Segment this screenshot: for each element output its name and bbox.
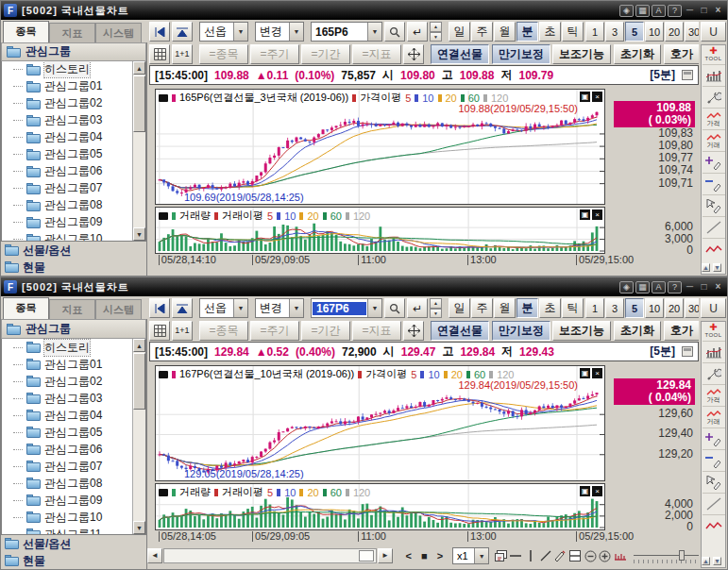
toggle-button[interactable]: 연결선물	[431, 44, 489, 64]
toggle-button[interactable]: 만기보정	[492, 44, 550, 64]
crosshair-icon[interactable]	[403, 321, 424, 341]
zoom-in-icon[interactable]	[599, 548, 613, 563]
remove-line-tool-icon[interactable]	[703, 449, 725, 471]
recent-symbol-icon[interactable]: ↵	[407, 298, 428, 318]
tree-item[interactable]: 관심그룹07	[2, 180, 145, 197]
draw-tool-icon[interactable]	[553, 548, 567, 563]
period-unit-button[interactable]: 주	[471, 298, 493, 318]
symbol-input[interactable]: 165P6▼	[311, 22, 382, 42]
pane-close-icon[interactable]: ×	[592, 368, 602, 378]
tree-item[interactable]: 관심그룹09	[2, 492, 145, 509]
action-button[interactable]: 호가	[664, 44, 700, 64]
change-select[interactable]: 변경▼	[255, 298, 304, 318]
period-unit-button[interactable]: 일	[449, 298, 470, 318]
tree-item[interactable]: 관심그룹06	[2, 163, 145, 180]
font-icon[interactable]: A	[652, 5, 666, 17]
zoom-out-icon[interactable]	[584, 548, 598, 563]
tree-item[interactable]: 관심그룹07	[2, 458, 145, 475]
interval-button[interactable]: 3	[605, 22, 624, 42]
tree-item[interactable]: 관심그룹08	[2, 475, 145, 492]
trendline-tool-icon[interactable]	[539, 548, 553, 563]
search-icon[interactable]	[384, 298, 405, 318]
tree-item[interactable]: 관심그룹03	[2, 390, 145, 407]
zigzag-indicator-icon[interactable]	[703, 238, 725, 260]
toggle-button[interactable]: 연결선물	[431, 321, 489, 341]
scroll-up-icon[interactable]: ▲	[133, 339, 145, 352]
interval-button[interactable]: 5	[625, 298, 644, 318]
price-indicator-icon[interactable]: 가격	[703, 384, 725, 406]
add-line-tool-icon[interactable]	[703, 428, 725, 449]
step-back-icon[interactable]: <	[401, 548, 416, 563]
step-forward-icon[interactable]: >	[432, 548, 448, 563]
trendline-draw-icon[interactable]	[703, 216, 725, 238]
recent-symbol-icon[interactable]: ↵	[407, 22, 428, 42]
add-line-tool-icon[interactable]	[703, 151, 725, 173]
tab-system[interactable]: 시스템	[95, 23, 142, 42]
zigzag-indicator-icon[interactable]	[703, 514, 725, 536]
crosshair-icon[interactable]	[403, 44, 424, 64]
sidebar-root-item[interactable]: 현물	[1, 259, 146, 276]
period-unit-button[interactable]: 월	[494, 298, 516, 318]
legend-collapse-icon[interactable]	[159, 94, 168, 102]
hscroll-thumb[interactable]	[359, 550, 374, 562]
scale-ruler-icon[interactable]	[613, 548, 627, 563]
tree-scrollbar[interactable]: ▲ ▼	[132, 61, 145, 241]
select-tool-icon[interactable]	[703, 471, 725, 493]
font-icon[interactable]: A	[652, 281, 666, 293]
tree-item[interactable]: 관심그룹03	[2, 112, 145, 129]
chart-mode-icon[interactable]: ▦	[635, 281, 650, 293]
tab-system[interactable]: 시스템	[95, 299, 142, 319]
rail-scroll-up-icon[interactable]: ▲	[702, 557, 710, 565]
scroll-up-icon[interactable]: ▲	[133, 61, 145, 75]
hline-tool-icon[interactable]	[509, 548, 523, 563]
rail-scroll-down-icon[interactable]: ▼	[713, 263, 721, 272]
interval-button[interactable]: 20	[665, 22, 684, 42]
period-unit-button[interactable]: 초	[539, 22, 561, 42]
scroll-thumb[interactable]	[133, 75, 145, 132]
scroll-down-icon[interactable]: ▼	[133, 227, 145, 241]
minimize-button[interactable]: ─	[684, 5, 696, 17]
select-tool-icon[interactable]	[703, 194, 725, 216]
maximize-button[interactable]: □	[698, 5, 710, 17]
tab-indicator[interactable]: 지표	[49, 23, 95, 42]
grid-layout-icon[interactable]	[149, 321, 170, 341]
slider-knob[interactable]	[679, 550, 685, 561]
period-unit-button[interactable]: 월	[494, 22, 516, 42]
tree-item[interactable]: 히스토리	[2, 61, 145, 78]
pane-close-icon[interactable]: ×	[592, 210, 602, 220]
chart-style-icon[interactable]	[703, 64, 725, 86]
window-titlebar[interactable]: F [5002] 국내선물차트 ◈ ▦ A ? ─ □ ×	[1, 277, 727, 296]
notice-icon[interactable]: ◈	[619, 5, 634, 17]
move-up-icon[interactable]	[172, 22, 193, 42]
pane-restore-icon[interactable]: ▣	[580, 368, 590, 378]
tree-item[interactable]: 관심그룹04	[2, 129, 145, 146]
sidebar-root-item[interactable]: 현물	[1, 552, 146, 569]
interval-button[interactable]: 1	[585, 22, 604, 42]
symbol-stepper[interactable]: ▲▼	[430, 298, 442, 318]
zoom-select[interactable]: x1▼	[452, 547, 489, 564]
notice-icon[interactable]: ◈	[619, 281, 634, 293]
scroll-left-icon[interactable]: ◄	[147, 548, 162, 563]
market-select[interactable]: 선옵▼	[199, 298, 248, 318]
interval-button[interactable]: 5	[625, 22, 644, 42]
help-icon[interactable]: ?	[668, 5, 682, 17]
legend-collapse-icon[interactable]	[159, 371, 168, 378]
trendline-draw-icon[interactable]	[703, 493, 725, 514]
pane-restore-icon[interactable]: ▣	[580, 486, 590, 496]
minimize-button[interactable]: ─	[684, 281, 696, 293]
maximize-button[interactable]: □	[698, 281, 710, 293]
tab-indicator[interactable]: 지표	[49, 299, 95, 319]
tree-item[interactable]: 관심그룹10	[2, 509, 145, 526]
action-button[interactable]: 보조기능	[552, 321, 611, 341]
tree-item[interactable]: 관심그룹02	[2, 95, 145, 112]
watch-group-header[interactable]: 관심그룹	[1, 319, 146, 339]
scroll-down-icon[interactable]: ▼	[133, 521, 145, 534]
tree-item[interactable]: 관심그룹11	[2, 526, 145, 535]
pane-restore-icon[interactable]: ▣	[580, 210, 590, 220]
chart-mode-icon[interactable]: ▦	[635, 5, 650, 17]
pane-window-icon[interactable]	[682, 346, 693, 357]
legend-collapse-icon[interactable]	[159, 489, 168, 496]
one-plus-one-icon[interactable]: 1+1	[172, 44, 193, 64]
zoom-slider[interactable]	[634, 548, 699, 563]
volume-pane[interactable]: 거래량 거래이평 5 10 20 60 120 ▣ ×	[155, 207, 605, 254]
